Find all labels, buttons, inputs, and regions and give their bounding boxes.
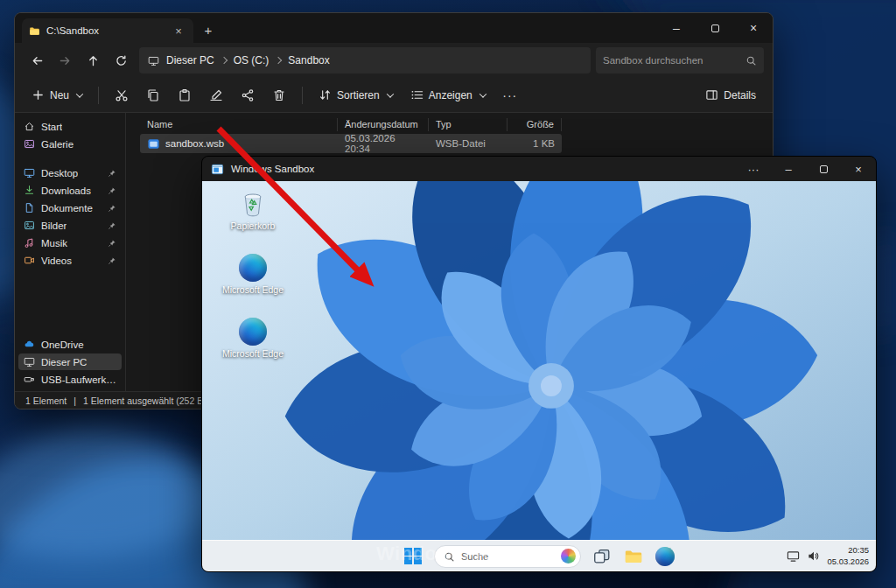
divider	[302, 87, 303, 104]
sidebar-item-desktop[interactable]: Desktop	[18, 164, 122, 181]
sidebar-item-galerie[interactable]: Galerie	[18, 136, 122, 152]
desktop-icon	[24, 167, 35, 178]
sidebar-item-downloads[interactable]: Downloads	[18, 182, 122, 199]
sidebar-item-start[interactable]: Start	[18, 118, 122, 135]
sidebar-item-label: Bilder	[41, 220, 66, 231]
maximize-button[interactable]	[696, 13, 734, 43]
sidebar-item-bilder[interactable]: Bilder	[18, 217, 122, 234]
breadcrumb[interactable]: Dieser PC OS (C:) Sandbox	[139, 47, 591, 74]
file-explorer-button[interactable]	[623, 546, 644, 567]
file-name: sandbox.wsb	[165, 138, 224, 149]
sidebar-item-label: Dokumente	[41, 203, 93, 214]
desktop-icon-edge-1[interactable]: Microsoft Edge	[214, 254, 291, 295]
tab-title: C:\Sandbox	[46, 25, 99, 36]
up-button[interactable]	[80, 47, 106, 74]
tab-close-icon[interactable]: ×	[171, 23, 186, 38]
desktop-icon-papierkorb[interactable]: Papierkorb	[214, 190, 291, 231]
new-button[interactable]: Neu	[24, 82, 90, 108]
window-controls: – ×	[657, 13, 773, 43]
edge-taskbar-button[interactable]	[654, 546, 676, 567]
sidebar-item-dieser-pc[interactable]: Dieser PC	[18, 354, 122, 370]
downloads-icon	[24, 185, 35, 196]
more-button[interactable]: ···	[495, 82, 525, 108]
details-button[interactable]: Details	[697, 82, 764, 108]
new-button-label: Neu	[50, 89, 69, 102]
chevron-down-icon	[386, 90, 393, 97]
cut-button[interactable]	[107, 82, 136, 108]
folder-icon	[624, 547, 643, 566]
minimize-button[interactable]: –	[771, 157, 806, 181]
search-icon	[746, 55, 757, 66]
column-header-name[interactable]: Name	[140, 118, 338, 131]
sort-button-label: Sortieren	[337, 89, 380, 102]
volume-tray-icon[interactable]	[807, 550, 820, 563]
navigation-pane: Start Galerie Desktop Downloads Dokument…	[15, 113, 125, 391]
share-button[interactable]	[233, 82, 262, 108]
item-count: 1 Element	[25, 396, 66, 406]
view-button-label: Anzeigen	[429, 89, 472, 102]
cloud-icon	[24, 339, 35, 350]
edge-icon	[239, 318, 267, 346]
desktop-icon-edge-2[interactable]: Microsoft Edge	[214, 318, 291, 359]
file-modified: 05.03.2026 20:34	[338, 134, 429, 153]
task-view-icon	[592, 547, 612, 566]
column-header-modified[interactable]: Änderungsdatum	[338, 118, 429, 131]
back-button[interactable]	[24, 47, 50, 74]
forward-button[interactable]	[52, 47, 78, 74]
new-tab-button[interactable]: +	[197, 18, 220, 41]
videos-icon	[24, 255, 35, 266]
close-button[interactable]: ×	[734, 13, 773, 43]
status-divider: |	[74, 396, 76, 406]
file-row[interactable]: sandbox.wsb 05.03.2026 20:34 WSB-Datei 1…	[140, 134, 562, 153]
command-bar: Neu Sortieren Anzeigen	[15, 78, 773, 113]
watermark: WindowsFAQ	[376, 542, 505, 565]
sidebar-item-onedrive[interactable]: OneDrive	[18, 336, 122, 353]
breadcrumb-item-sandbox[interactable]: Sandbox	[284, 54, 332, 66]
maximize-icon	[711, 24, 719, 32]
refresh-button[interactable]	[108, 47, 134, 74]
sidebar-item-label: Musik	[41, 238, 67, 248]
sort-button[interactable]: Sortieren	[311, 82, 401, 108]
desktop-icon-label: Papierkorb	[231, 220, 276, 231]
explorer-tab[interactable]: C:\Sandbox ×	[22, 18, 193, 43]
maximize-icon	[820, 165, 828, 173]
close-button[interactable]: ×	[841, 157, 876, 181]
pictures-icon	[24, 220, 35, 231]
folder-icon	[29, 25, 40, 37]
address-bar: Dieser PC OS (C:) Sandbox	[15, 43, 773, 78]
file-type: WSB-Datei	[429, 134, 508, 153]
sidebar-item-label: Videos	[41, 256, 72, 266]
sandbox-taskbar: 20:35 05.03.2026	[202, 540, 876, 571]
more-button[interactable]: ···	[736, 157, 771, 181]
minimize-button[interactable]: –	[657, 13, 696, 43]
breadcrumb-item-dieser-pc[interactable]: Dieser PC	[163, 54, 218, 66]
chevron-right-icon	[220, 57, 227, 64]
copy-button[interactable]	[138, 82, 168, 108]
sidebar-item-dokumente[interactable]: Dokumente	[18, 200, 122, 216]
more-icon: ···	[502, 88, 517, 102]
pin-icon	[108, 221, 116, 230]
desktop-icon-label: Microsoft Edge	[222, 284, 284, 295]
display-tray-icon[interactable]	[787, 550, 800, 563]
search-input[interactable]	[603, 55, 740, 66]
paste-button[interactable]	[170, 82, 200, 108]
chevron-down-icon	[480, 90, 486, 97]
sidebar-item-label: Start	[41, 122, 62, 132]
rename-button[interactable]	[201, 82, 231, 108]
tab-bar: C:\Sandbox × + – ×	[15, 13, 773, 43]
file-size: 1 KB	[508, 134, 562, 153]
taskbar-clock[interactable]: 20:35 05.03.2026	[827, 545, 869, 567]
column-header-type[interactable]: Typ	[429, 118, 508, 131]
sidebar-item-musik[interactable]: Musik	[18, 234, 122, 251]
sandbox-title-bar[interactable]: Windows Sandbox ··· – ×	[202, 157, 876, 181]
view-button[interactable]: Anzeigen	[402, 82, 494, 108]
breadcrumb-item-os-c[interactable]: OS (C:)	[230, 54, 273, 66]
sidebar-item-usb-laufwerk[interactable]: USB-Laufwerk (E:)	[18, 371, 122, 388]
edge-icon	[655, 547, 675, 566]
sandbox-desktop: Papierkorb Microsoft Edge Microsoft Edge	[202, 181, 876, 540]
column-header-size[interactable]: Größe	[508, 118, 562, 131]
sidebar-item-videos[interactable]: Videos	[18, 252, 122, 269]
delete-button[interactable]	[264, 82, 294, 108]
task-view-button[interactable]	[592, 546, 612, 567]
maximize-button[interactable]	[806, 157, 841, 181]
